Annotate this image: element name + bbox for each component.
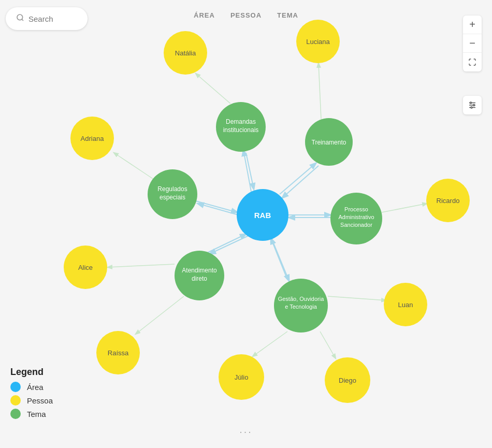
label-luciana: Luciana bbox=[306, 38, 330, 46]
svg-line-20 bbox=[196, 74, 230, 104]
graph-svg: RAB Demandas institucionais Treinamento … bbox=[0, 0, 492, 448]
svg-text:Administrativo: Administrativo bbox=[338, 214, 374, 220]
svg-line-13 bbox=[196, 201, 237, 212]
label-raissa: Raíssa bbox=[108, 349, 129, 357]
svg-text:e Tecnologia: e Tecnologia bbox=[285, 304, 317, 310]
svg-text:direto: direto bbox=[192, 275, 207, 282]
svg-text:Sancionador: Sancionador bbox=[340, 222, 372, 228]
legend-item-tema: Tema bbox=[10, 409, 53, 419]
svg-line-23 bbox=[382, 204, 427, 212]
legend-dot-tema bbox=[10, 409, 21, 419]
legend-item-area: Área bbox=[10, 382, 53, 392]
svg-line-10 bbox=[280, 163, 316, 194]
svg-line-24 bbox=[108, 264, 175, 267]
more-button[interactable]: ··· bbox=[239, 426, 253, 438]
legend: Legend Área Pessoa Tema bbox=[10, 367, 53, 422]
svg-line-17 bbox=[207, 234, 246, 253]
svg-line-12 bbox=[198, 204, 238, 215]
svg-line-26 bbox=[328, 296, 386, 300]
label-regulados: Regulados bbox=[157, 185, 187, 193]
label-atendimento: Atendimento bbox=[182, 267, 217, 274]
legend-label-area: Área bbox=[27, 383, 44, 392]
legend-item-pessoa: Pessoa bbox=[10, 395, 53, 406]
label-natalia: Natália bbox=[175, 49, 196, 57]
legend-dot-area bbox=[10, 382, 21, 392]
label-rab: RAB bbox=[254, 211, 271, 220]
svg-line-11 bbox=[282, 166, 319, 198]
label-gestao: Gestão, Ouvidoria bbox=[278, 296, 325, 302]
legend-label-tema: Tema bbox=[27, 410, 46, 418]
svg-line-27 bbox=[253, 331, 287, 356]
label-proc-adm: Processo bbox=[344, 206, 368, 212]
svg-line-22 bbox=[319, 63, 321, 119]
legend-label-pessoa: Pessoa bbox=[27, 396, 53, 405]
svg-text:especiais: especiais bbox=[160, 194, 185, 201]
legend-dot-pessoa bbox=[10, 395, 21, 406]
svg-text:institucionais: institucionais bbox=[223, 126, 259, 134]
label-demandas: Demandas bbox=[226, 118, 256, 125]
svg-line-28 bbox=[320, 331, 336, 358]
svg-line-18 bbox=[272, 239, 289, 281]
svg-line-19 bbox=[271, 238, 287, 280]
label-ricardo: Ricardo bbox=[437, 197, 460, 205]
label-adriana: Adriana bbox=[81, 135, 105, 142]
svg-line-25 bbox=[136, 296, 184, 334]
label-luan: Luan bbox=[398, 301, 413, 309]
label-diego: Diego bbox=[339, 377, 356, 384]
svg-line-21 bbox=[114, 153, 153, 179]
label-julio: Júlio bbox=[235, 373, 249, 381]
legend-title: Legend bbox=[10, 367, 53, 378]
svg-line-16 bbox=[210, 236, 249, 254]
label-treinamento: Treinamento bbox=[312, 139, 346, 146]
label-alice: Alice bbox=[78, 264, 93, 271]
